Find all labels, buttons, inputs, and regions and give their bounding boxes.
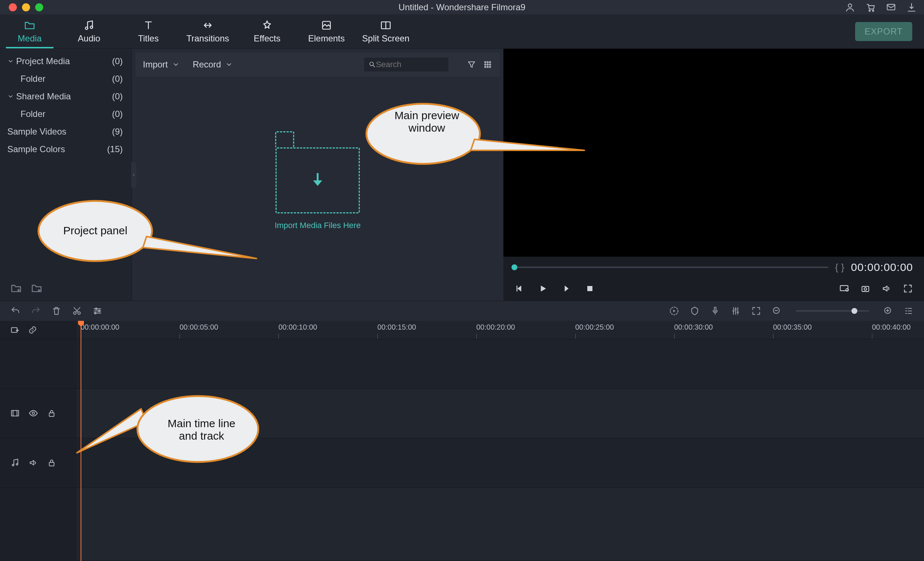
stop-icon[interactable] <box>585 283 595 294</box>
fullscreen-icon[interactable] <box>903 283 913 294</box>
tree-item-folder[interactable]: Folder (0) <box>0 70 132 88</box>
undo-icon[interactable] <box>10 306 21 316</box>
track-row[interactable] <box>77 389 924 438</box>
add-track-icon[interactable] <box>10 325 20 335</box>
effects-icon <box>261 20 273 31</box>
mark-out-icon[interactable]: } <box>841 262 844 273</box>
play-icon[interactable] <box>538 283 548 294</box>
export-button[interactable]: EXPORT <box>855 22 912 41</box>
snapshot-icon[interactable] <box>860 283 870 294</box>
svg-rect-3 <box>887 4 895 9</box>
preview-timecode: 00:00:00:00 <box>851 261 913 274</box>
svg-point-11 <box>489 62 490 63</box>
render-icon[interactable] <box>669 306 679 316</box>
timeline-playhead[interactable] <box>81 321 81 561</box>
main-tabs: Media Audio Titles Transitions Effects E… <box>0 14 924 49</box>
tree-item-sample-colors[interactable]: Sample Colors (15) <box>0 140 132 158</box>
music-icon <box>83 20 95 31</box>
tab-effects[interactable]: Effects <box>237 14 297 48</box>
cart-icon[interactable] <box>866 2 876 12</box>
adjust-icon[interactable] <box>92 306 103 316</box>
import-dropdown[interactable]: Import <box>143 59 180 70</box>
track-header-audio[interactable] <box>0 438 77 488</box>
redo-icon[interactable] <box>31 306 41 316</box>
lock-icon[interactable] <box>47 458 56 468</box>
svg-rect-22 <box>862 286 869 292</box>
user-icon[interactable] <box>845 2 855 12</box>
download-icon[interactable] <box>906 2 916 12</box>
tab-label: Transitions <box>186 33 229 44</box>
close-window-button[interactable] <box>9 3 17 11</box>
chevron-down-icon <box>8 58 14 65</box>
tab-transitions[interactable]: Transitions <box>178 14 237 48</box>
track-row[interactable] <box>77 339 924 389</box>
cut-icon[interactable] <box>72 306 82 316</box>
track-row[interactable] <box>77 438 924 488</box>
scrub-track[interactable] <box>514 266 828 268</box>
preview-viewport[interactable] <box>503 49 924 257</box>
scrub-head[interactable] <box>512 265 518 270</box>
filter-icon[interactable] <box>467 60 476 69</box>
maximize-window-button[interactable] <box>35 3 43 11</box>
zoom-out-icon[interactable] <box>772 306 782 316</box>
display-settings-icon[interactable] <box>839 283 849 294</box>
tab-media[interactable]: Media <box>0 14 59 48</box>
preview-controls <box>503 277 924 301</box>
tree-item-shared-media[interactable]: Shared Media (0) <box>0 88 132 105</box>
fit-icon[interactable] <box>751 306 761 316</box>
link-icon[interactable] <box>28 325 38 335</box>
new-folder-icon[interactable] <box>10 282 22 294</box>
delete-folder-icon[interactable] <box>31 282 42 294</box>
speaker-icon[interactable] <box>28 458 38 468</box>
audio-mixer-icon[interactable] <box>730 306 741 316</box>
audio-track-icon <box>10 458 20 468</box>
svg-point-13 <box>487 64 488 65</box>
tree-label: Sample Colors <box>8 144 65 154</box>
minimize-window-button[interactable] <box>22 3 30 11</box>
timeline-ruler[interactable]: 00:00:00:0000:00:05:0000:00:10:0000:00:1… <box>77 321 924 339</box>
titlebar: Untitled - Wondershare Filmora9 <box>0 0 924 14</box>
zoom-in-icon[interactable] <box>883 306 893 316</box>
tab-titles[interactable]: Titles <box>119 14 178 48</box>
tree-item-folder[interactable]: Folder (0) <box>0 105 132 123</box>
svg-point-17 <box>489 66 490 68</box>
tab-split-screen[interactable]: Split Screen <box>356 14 416 48</box>
svg-rect-34 <box>11 410 19 416</box>
svg-rect-30 <box>714 307 716 312</box>
project-panel: Project Media (0) Folder (0) Shared Medi… <box>0 49 132 301</box>
svg-point-26 <box>95 308 97 310</box>
zoom-slider[interactable] <box>796 310 869 312</box>
voiceover-icon[interactable] <box>710 306 720 316</box>
track-manager-icon[interactable] <box>903 306 914 316</box>
collapse-sidebar-handle[interactable] <box>131 162 136 188</box>
track-header-video[interactable] <box>0 389 77 438</box>
tab-label: Split Screen <box>362 33 409 44</box>
media-drop-target[interactable]: Import Media Files Here <box>132 77 503 301</box>
track-row[interactable] <box>77 488 924 561</box>
volume-icon[interactable] <box>882 283 892 294</box>
zoom-knob[interactable] <box>852 308 857 314</box>
tree-item-project-media[interactable]: Project Media (0) <box>0 53 132 70</box>
tab-elements[interactable]: Elements <box>297 14 356 48</box>
mark-in-icon[interactable]: { <box>835 262 838 273</box>
message-icon[interactable] <box>886 2 896 12</box>
eye-icon[interactable] <box>28 409 38 418</box>
step-forward-icon[interactable] <box>561 283 572 294</box>
timeline-canvas[interactable]: 00:00:00:0000:00:05:0000:00:10:0000:00:1… <box>77 321 924 561</box>
svg-rect-20 <box>840 286 848 291</box>
tab-audio[interactable]: Audio <box>59 14 119 48</box>
transitions-icon <box>202 20 214 31</box>
search-input[interactable] <box>376 60 444 69</box>
grid-view-icon[interactable] <box>483 60 492 69</box>
tab-label: Audio <box>78 33 100 44</box>
search-box[interactable] <box>364 57 448 72</box>
marker-icon[interactable] <box>690 306 700 316</box>
preview-scrub-bar: { } 00:00:00:00 <box>503 258 924 277</box>
step-back-icon[interactable] <box>514 283 525 294</box>
delete-icon[interactable] <box>51 306 62 316</box>
record-dropdown[interactable]: Record <box>193 59 232 70</box>
lock-icon[interactable] <box>47 409 56 418</box>
svg-rect-18 <box>517 286 518 292</box>
tree-item-sample-videos[interactable]: Sample Videos (9) <box>0 123 132 140</box>
svg-point-16 <box>487 66 488 68</box>
